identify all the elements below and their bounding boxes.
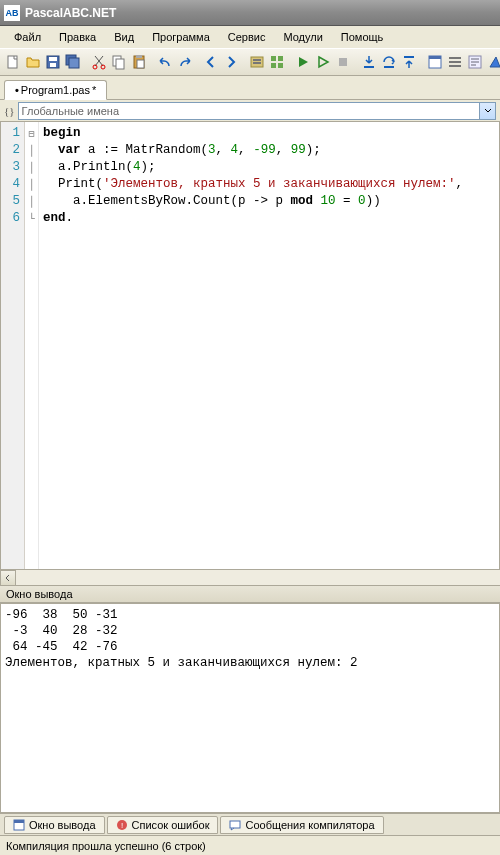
code-token: , [276, 143, 291, 157]
code-token [313, 194, 321, 208]
chevron-down-icon[interactable] [479, 103, 495, 119]
output-panel[interactable]: -96 38 50 -31 -3 40 28 -32 64 -45 42 -76… [0, 603, 500, 813]
save-icon[interactable] [44, 51, 62, 73]
bottom-tab-label: Список ошибок [132, 819, 210, 831]
fold-toggle-icon[interactable]: ⊟ [25, 125, 38, 142]
run-icon[interactable] [294, 51, 312, 73]
stop-icon[interactable] [334, 51, 352, 73]
new-file-icon[interactable] [4, 51, 22, 73]
menu-file[interactable]: Файл [6, 28, 49, 46]
copy-icon[interactable] [110, 51, 128, 73]
run-no-debug-icon[interactable] [314, 51, 332, 73]
line-num: 6 [1, 210, 20, 227]
svg-rect-3 [50, 63, 56, 67]
output-line: 64 -45 42 -76 [5, 640, 118, 654]
svg-rect-0 [8, 56, 17, 68]
svg-rect-27 [449, 61, 461, 63]
code-token: 99 [291, 143, 306, 157]
svg-rect-21 [364, 66, 374, 68]
svg-rect-31 [14, 820, 24, 823]
save-all-icon[interactable] [64, 51, 82, 73]
code-token: end [43, 211, 66, 225]
svg-rect-2 [49, 57, 57, 61]
output-line: Элементов, кратных 5 и заканчивающихся н… [5, 656, 358, 670]
svg-rect-28 [449, 65, 461, 67]
tab-dirty-asterisk: * [92, 84, 96, 96]
step-out-icon[interactable] [400, 51, 418, 73]
menu-help[interactable]: Помощь [333, 28, 392, 46]
fold-end-icon: └ [25, 210, 38, 227]
svg-rect-15 [253, 62, 261, 64]
message-icon [229, 819, 241, 831]
code-token: Print( [43, 177, 103, 191]
names-dropdown-text: Глобальные имена [22, 105, 120, 117]
list-icon[interactable] [446, 51, 464, 73]
step-into-icon[interactable] [360, 51, 378, 73]
svg-rect-19 [278, 63, 283, 68]
step-over-icon[interactable] [380, 51, 398, 73]
output-line: -3 40 28 -32 [5, 624, 118, 638]
code-token: begin [43, 126, 81, 140]
svg-rect-25 [429, 56, 441, 59]
svg-rect-11 [136, 55, 142, 58]
build-icon[interactable] [268, 51, 286, 73]
tab-dirty-dot: • [15, 84, 19, 96]
form-designer-icon[interactable] [426, 51, 444, 73]
scroll-track[interactable] [16, 570, 500, 585]
bottom-tab-output[interactable]: Окно вывода [4, 816, 105, 834]
bottom-tab-label: Сообщения компилятора [245, 819, 374, 831]
names-bar: {} Глобальные имена [0, 100, 500, 122]
svg-rect-12 [137, 60, 144, 68]
menu-view[interactable]: Вид [106, 28, 142, 46]
cut-icon[interactable] [90, 51, 108, 73]
svg-rect-5 [69, 58, 79, 68]
menu-modules[interactable]: Модули [275, 28, 330, 46]
window-icon [13, 819, 25, 831]
file-tab-program1[interactable]: • Program1.pas * [4, 80, 107, 100]
code-token: a.Println( [43, 160, 133, 174]
line-num: 5 [1, 193, 20, 210]
svg-rect-17 [278, 56, 283, 61]
menu-service[interactable]: Сервис [220, 28, 274, 46]
code-area[interactable]: begin var a := MatrRandom(3, 4, -99, 99)… [39, 122, 499, 569]
menu-edit[interactable]: Правка [51, 28, 104, 46]
code-editor[interactable]: 1 2 3 4 5 6 ⊟ ││││ └ begin var a := Matr… [0, 122, 500, 569]
svg-rect-22 [384, 66, 394, 68]
menubar: Файл Правка Вид Программа Сервис Модули … [0, 26, 500, 48]
svg-rect-23 [404, 56, 414, 58]
bottom-tab-compiler[interactable]: Сообщения компилятора [220, 816, 383, 834]
compile-icon[interactable] [248, 51, 266, 73]
tab-filename: Program1.pas [21, 84, 90, 96]
code-token: 3 [208, 143, 216, 157]
svg-rect-26 [449, 57, 461, 59]
editor-hscroll[interactable] [0, 569, 500, 585]
svg-rect-18 [271, 63, 276, 68]
line-num: 4 [1, 176, 20, 193]
menu-program[interactable]: Программа [144, 28, 218, 46]
code-token: 10 [321, 194, 336, 208]
code-token: 4 [133, 160, 141, 174]
code-token: . [66, 211, 74, 225]
code-token: )) [366, 194, 381, 208]
options-icon[interactable] [466, 51, 484, 73]
code-token: 4 [231, 143, 239, 157]
undo-icon[interactable] [156, 51, 174, 73]
open-file-icon[interactable] [24, 51, 42, 73]
file-tabstrip: • Program1.pas * [0, 76, 500, 100]
scroll-left-icon[interactable] [0, 570, 16, 586]
bottom-tabstrip: Окно вывода ! Список ошибок Сообщения ко… [0, 813, 500, 835]
bottom-tab-errors[interactable]: ! Список ошибок [107, 816, 219, 834]
fold-column: ⊟ ││││ └ [25, 122, 39, 569]
code-token: mod [291, 194, 314, 208]
redo-icon[interactable] [176, 51, 194, 73]
nav-back-icon[interactable] [202, 51, 220, 73]
svg-rect-14 [253, 59, 261, 61]
nav-forward-icon[interactable] [222, 51, 240, 73]
svg-rect-34 [230, 821, 240, 828]
code-token: 0 [358, 194, 366, 208]
names-dropdown[interactable]: Глобальные имена [18, 102, 496, 120]
runtime-icon[interactable] [486, 51, 500, 73]
code-token: a := MatrRandom( [81, 143, 209, 157]
paste-icon[interactable] [130, 51, 148, 73]
code-token: , [238, 143, 253, 157]
